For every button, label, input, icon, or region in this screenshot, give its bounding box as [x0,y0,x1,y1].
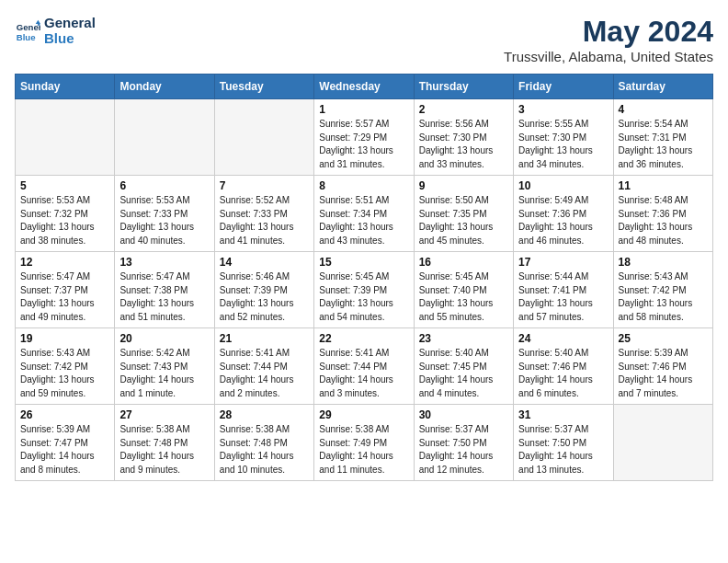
calendar-cell: 5Sunrise: 5:53 AMSunset: 7:32 PMDaylight… [16,176,115,252]
day-info: Sunrise: 5:37 AMSunset: 7:50 PMDaylight:… [518,423,608,477]
weekday-header-wednesday: Wednesday [314,75,414,99]
day-number: 30 [419,408,508,421]
day-info: Sunrise: 5:48 AMSunset: 7:36 PMDaylight:… [619,194,708,247]
calendar-cell: 14Sunrise: 5:46 AMSunset: 7:39 PMDayligh… [214,252,313,328]
calendar-cell: 8Sunrise: 5:51 AMSunset: 7:34 PMDaylight… [314,176,414,252]
day-info: Sunrise: 5:46 AMSunset: 7:39 PMDaylight:… [220,270,309,324]
weekday-header-friday: Friday [514,75,613,99]
calendar-header: SundayMondayTuesdayWednesdayThursdayFrid… [16,75,713,99]
day-number: 3 [518,103,608,116]
calendar-cell: 19Sunrise: 5:43 AMSunset: 7:42 PMDayligh… [16,328,115,405]
day-number: 14 [220,256,309,269]
weekday-header-saturday: Saturday [613,75,712,99]
calendar-cell: 9Sunrise: 5:50 AMSunset: 7:35 PMDaylight… [414,176,513,252]
day-number: 18 [619,256,708,269]
day-info: Sunrise: 5:38 AMSunset: 7:48 PMDaylight:… [220,423,309,477]
calendar-cell: 28Sunrise: 5:38 AMSunset: 7:48 PMDayligh… [214,405,313,481]
calendar-cell [16,99,115,176]
weekday-header-thursday: Thursday [414,75,513,99]
day-info: Sunrise: 5:57 AMSunset: 7:29 PMDaylight:… [319,118,408,171]
weekday-header-tuesday: Tuesday [214,75,313,99]
calendar-cell: 6Sunrise: 5:53 AMSunset: 7:33 PMDaylight… [115,176,214,252]
day-number: 20 [119,332,209,345]
logo: General Blue General Blue [15,15,96,47]
calendar-cell: 15Sunrise: 5:45 AMSunset: 7:39 PMDayligh… [314,252,414,328]
calendar-cell: 3Sunrise: 5:55 AMSunset: 7:30 PMDaylight… [514,99,613,176]
calendar-cell: 29Sunrise: 5:38 AMSunset: 7:49 PMDayligh… [314,405,414,481]
day-number: 24 [518,332,608,345]
calendar-cell: 20Sunrise: 5:42 AMSunset: 7:43 PMDayligh… [115,328,214,405]
calendar-cell: 21Sunrise: 5:41 AMSunset: 7:44 PMDayligh… [214,328,313,405]
day-info: Sunrise: 5:44 AMSunset: 7:41 PMDaylight:… [518,270,608,324]
day-info: Sunrise: 5:47 AMSunset: 7:38 PMDaylight:… [119,270,209,324]
day-info: Sunrise: 5:38 AMSunset: 7:49 PMDaylight:… [319,423,408,477]
calendar-cell: 17Sunrise: 5:44 AMSunset: 7:41 PMDayligh… [514,252,613,328]
day-number: 19 [20,332,109,345]
day-number: 31 [518,408,608,421]
day-number: 10 [518,179,608,192]
day-number: 22 [319,332,408,345]
calendar-cell: 10Sunrise: 5:49 AMSunset: 7:36 PMDayligh… [514,176,613,252]
calendar-cell: 22Sunrise: 5:41 AMSunset: 7:44 PMDayligh… [314,328,414,405]
calendar-cell: 1Sunrise: 5:57 AMSunset: 7:29 PMDaylight… [314,99,414,176]
calendar-cell: 25Sunrise: 5:39 AMSunset: 7:46 PMDayligh… [613,328,712,405]
logo-icon: General Blue [15,17,40,43]
calendar-table: SundayMondayTuesdayWednesdayThursdayFrid… [15,74,713,481]
day-info: Sunrise: 5:45 AMSunset: 7:40 PMDaylight:… [419,270,508,324]
weekday-header-sunday: Sunday [16,75,115,99]
calendar-cell [214,99,313,176]
day-number: 13 [119,256,209,269]
day-info: Sunrise: 5:50 AMSunset: 7:35 PMDaylight:… [419,194,508,247]
day-info: Sunrise: 5:55 AMSunset: 7:30 PMDaylight:… [518,118,608,171]
day-info: Sunrise: 5:40 AMSunset: 7:46 PMDaylight:… [518,347,608,400]
day-number: 29 [319,408,408,421]
calendar-cell: 12Sunrise: 5:47 AMSunset: 7:37 PMDayligh… [16,252,115,328]
day-info: Sunrise: 5:52 AMSunset: 7:33 PMDaylight:… [220,194,309,247]
day-info: Sunrise: 5:41 AMSunset: 7:44 PMDaylight:… [220,347,309,400]
day-number: 6 [119,179,209,192]
calendar-cell: 18Sunrise: 5:43 AMSunset: 7:42 PMDayligh… [613,252,712,328]
day-number: 2 [419,103,508,116]
day-number: 27 [119,408,209,421]
day-info: Sunrise: 5:41 AMSunset: 7:44 PMDaylight:… [319,347,408,400]
calendar-cell: 13Sunrise: 5:47 AMSunset: 7:38 PMDayligh… [115,252,214,328]
calendar-cell: 2Sunrise: 5:56 AMSunset: 7:30 PMDaylight… [414,99,513,176]
logo-line1: General [44,15,96,30]
day-number: 12 [20,256,109,269]
calendar-title: May 2024 [504,15,713,49]
day-info: Sunrise: 5:56 AMSunset: 7:30 PMDaylight:… [419,118,508,171]
calendar-subtitle: Trussville, Alabama, United States [504,49,713,64]
day-info: Sunrise: 5:37 AMSunset: 7:50 PMDaylight:… [419,423,508,477]
day-number: 28 [220,408,309,421]
day-info: Sunrise: 5:47 AMSunset: 7:37 PMDaylight:… [20,270,109,324]
day-info: Sunrise: 5:42 AMSunset: 7:43 PMDaylight:… [119,347,209,400]
svg-text:Blue: Blue [17,32,36,42]
page-header: General Blue General Blue May 2024 Truss… [15,15,713,64]
calendar-cell: 24Sunrise: 5:40 AMSunset: 7:46 PMDayligh… [514,328,613,405]
day-info: Sunrise: 5:54 AMSunset: 7:31 PMDaylight:… [619,118,708,171]
day-info: Sunrise: 5:45 AMSunset: 7:39 PMDaylight:… [319,270,408,324]
day-info: Sunrise: 5:39 AMSunset: 7:47 PMDaylight:… [20,423,109,477]
day-number: 5 [20,179,109,192]
calendar-cell [613,405,712,481]
calendar-cell: 31Sunrise: 5:37 AMSunset: 7:50 PMDayligh… [514,405,613,481]
calendar-cell: 23Sunrise: 5:40 AMSunset: 7:45 PMDayligh… [414,328,513,405]
day-number: 26 [20,408,109,421]
day-info: Sunrise: 5:51 AMSunset: 7:34 PMDaylight:… [319,194,408,247]
day-number: 25 [619,332,708,345]
day-number: 21 [220,332,309,345]
day-number: 17 [518,256,608,269]
day-number: 4 [619,103,708,116]
calendar-cell: 26Sunrise: 5:39 AMSunset: 7:47 PMDayligh… [16,405,115,481]
day-info: Sunrise: 5:53 AMSunset: 7:32 PMDaylight:… [20,194,109,247]
calendar-cell [115,99,214,176]
day-number: 9 [419,179,508,192]
day-info: Sunrise: 5:40 AMSunset: 7:45 PMDaylight:… [419,347,508,400]
day-info: Sunrise: 5:43 AMSunset: 7:42 PMDaylight:… [619,270,708,324]
day-info: Sunrise: 5:38 AMSunset: 7:48 PMDaylight:… [119,423,209,477]
calendar-cell: 30Sunrise: 5:37 AMSunset: 7:50 PMDayligh… [414,405,513,481]
day-number: 1 [319,103,408,116]
title-block: May 2024 Trussville, Alabama, United Sta… [504,15,713,64]
day-number: 8 [319,179,408,192]
day-number: 15 [319,256,408,269]
